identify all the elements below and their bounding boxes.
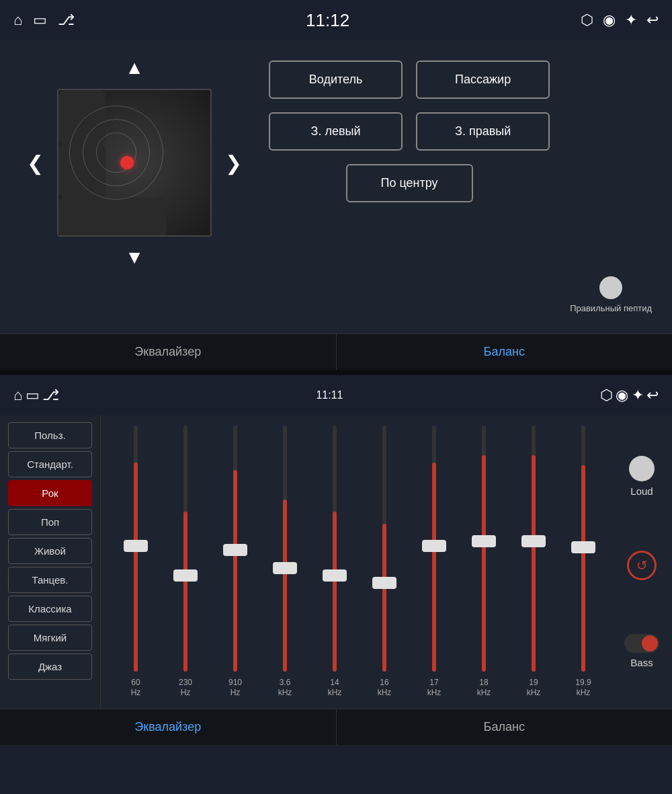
bass-toggle-thumb: [642, 635, 658, 651]
tab-equalizer-top[interactable]: Эквалайзер: [0, 334, 337, 370]
slider-track: [233, 426, 237, 672]
preset-классика[interactable]: Классика: [8, 596, 92, 622]
slider-19.9kHz[interactable]: 19.9kHz: [562, 426, 605, 699]
usb-icon-2[interactable]: ⎇: [42, 387, 59, 403]
preset-живой[interactable]: Живой: [8, 538, 92, 564]
balance-panel: ▲ ❮ ❯ ▼: [0, 40, 672, 370]
rear-left-button[interactable]: З. левый: [269, 112, 403, 151]
up-nav-button[interactable]: ▲: [115, 54, 154, 82]
tab-balance-top[interactable]: Баланс: [337, 334, 673, 370]
rear-right-button[interactable]: З. правый: [416, 112, 550, 151]
slider-fill: [333, 512, 337, 672]
preset-джаз[interactable]: Джаз: [8, 653, 92, 680]
knob-label: Правильный пептид: [570, 303, 652, 313]
top-right-icons: ⬡ ◉ ✦ ↩: [581, 11, 659, 29]
back-icon[interactable]: ↩: [646, 11, 659, 29]
screen-icon-2[interactable]: ▭: [26, 387, 40, 403]
slider-thumb: [472, 535, 496, 547]
bottom-left-icons: ⌂ ▭ ⎇: [13, 387, 59, 404]
reset-button[interactable]: ↺: [627, 551, 657, 580]
slider-track: [134, 426, 138, 672]
slider-label: 17kHz: [427, 678, 442, 699]
slider-label: 19.9kHz: [575, 678, 591, 699]
down-nav-button[interactable]: ▼: [115, 243, 154, 272]
slider-fill: [382, 524, 386, 671]
speaker-section: ▲ ❮ ❯ ▼: [0, 40, 672, 333]
car-seat-image: [57, 89, 212, 237]
slider-thumb: [124, 540, 148, 552]
tab-balance-bottom[interactable]: Баланс: [337, 709, 673, 745]
top-left-icons: ⌂ ▭ ⎇: [13, 11, 75, 29]
bass-label: Bass: [630, 657, 653, 668]
bottom-tab-bar: Эквалайзер Баланс: [0, 709, 672, 745]
slider-label: 19kHz: [527, 678, 541, 699]
cast-icon-2[interactable]: ⬡: [600, 387, 613, 403]
left-nav-button[interactable]: ❮: [20, 145, 50, 182]
slider-fill: [283, 500, 287, 672]
location-icon-2[interactable]: ◉: [616, 387, 628, 403]
cast-icon[interactable]: ⬡: [581, 11, 593, 29]
slider-thumb: [571, 541, 595, 553]
slider-17kHz[interactable]: 17kHz: [413, 426, 456, 699]
car-seats-background: [58, 90, 210, 235]
back-icon-2[interactable]: ↩: [646, 387, 659, 403]
preset-рок[interactable]: Рок: [8, 480, 92, 506]
slider-label: 16kHz: [378, 678, 392, 699]
slider-230Hz[interactable]: 230Hz: [164, 426, 207, 699]
slider-thumb: [521, 535, 546, 547]
section-divider: [0, 370, 672, 375]
slider-60Hz[interactable]: 60Hz: [114, 426, 157, 699]
preset-мягкий[interactable]: Мягкий: [8, 625, 92, 651]
slider-19kHz[interactable]: 19kHz: [512, 426, 555, 699]
preset-танцев[interactable]: Танцев.: [8, 567, 92, 593]
position-indicator: [120, 156, 134, 169]
slider-16kHz[interactable]: 16kHz: [363, 426, 406, 699]
slider-track: [532, 426, 536, 672]
slider-label: 910Hz: [228, 678, 242, 699]
slider-18kHz[interactable]: 18kHz: [462, 426, 505, 699]
home-icon-2[interactable]: ⌂: [13, 387, 22, 403]
preset-стандарт[interactable]: Стандарт.: [8, 451, 92, 477]
slider-track: [183, 426, 187, 672]
home-icon[interactable]: ⌂: [13, 11, 22, 29]
slider-thumb: [422, 540, 446, 552]
driver-button[interactable]: Водитель: [269, 61, 403, 99]
loud-label: Loud: [630, 485, 653, 497]
slider-thumb: [273, 562, 297, 574]
slider-fill: [482, 455, 486, 672]
loud-knob[interactable]: [629, 456, 655, 481]
slider-track: [482, 426, 486, 672]
tab-equalizer-bottom[interactable]: Эквалайзер: [0, 709, 337, 745]
slider-track: [283, 426, 287, 672]
slider-fill: [134, 463, 138, 672]
slider-14kHz[interactable]: 14kHz: [313, 426, 356, 699]
preset-поп[interactable]: Поп: [8, 509, 92, 535]
slider-label: 3.6kHz: [278, 678, 292, 699]
center-button[interactable]: По центру: [346, 164, 473, 202]
loud-control: Loud: [629, 456, 655, 497]
passenger-button[interactable]: Пассажир: [416, 61, 550, 99]
right-knob-area: Правильный пептид: [570, 54, 652, 320]
slider-fill: [532, 455, 536, 672]
bluetooth-icon[interactable]: ✦: [625, 11, 637, 29]
preset-польз[interactable]: Польз.: [8, 422, 92, 448]
slider-3.6kHz[interactable]: 3.6kHz: [263, 426, 306, 699]
rear-seat-row: З. левый З. правый: [269, 112, 550, 151]
slider-fill: [183, 512, 187, 672]
eq-main-area: Польз.Стандарт.РокПопЖивойТанцев.Классик…: [0, 415, 672, 709]
slider-910Hz[interactable]: 910Hz: [214, 426, 257, 699]
balance-knob[interactable]: [599, 276, 622, 299]
speaker-position-controls: Водитель Пассажир З. левый З. правый По …: [269, 54, 550, 320]
location-icon[interactable]: ◉: [603, 11, 616, 29]
bluetooth-icon-2[interactable]: ✦: [632, 387, 644, 403]
bottom-time: 11:11: [316, 389, 343, 401]
bass-toggle[interactable]: [624, 634, 659, 653]
slider-label: 60Hz: [131, 678, 141, 699]
reset-icon: ↺: [636, 557, 648, 573]
right-nav-button[interactable]: ❯: [218, 145, 249, 182]
center-btn-row: По центру: [269, 164, 550, 202]
usb-icon[interactable]: ⎇: [58, 11, 75, 29]
screen-icon[interactable]: ▭: [33, 11, 47, 29]
slider-thumb: [372, 577, 396, 589]
speaker-visual-area: ▲ ❮ ❯ ▼: [20, 54, 249, 320]
